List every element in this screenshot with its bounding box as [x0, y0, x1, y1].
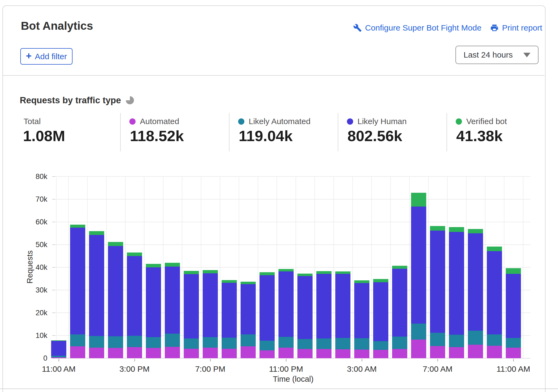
configure-link-label: Configure Super Bot Fight Mode	[365, 23, 481, 32]
legend-dot	[238, 118, 244, 125]
plus-icon: +	[26, 51, 32, 61]
stat-label: Verified bot	[466, 117, 507, 126]
stat-value: 118.52k	[130, 127, 184, 145]
section-title: Requests by traffic type	[20, 95, 121, 105]
configure-super-bot-fight-mode-link[interactable]: Configure Super Bot Fight Mode	[353, 23, 481, 32]
stat-label: Automated	[140, 117, 179, 126]
stat-divider	[229, 113, 229, 151]
stat-value: 41.38k	[456, 127, 503, 145]
header-links: Configure Super Bot Fight Mode Print rep…	[353, 23, 543, 32]
stat-item-likely-automated[interactable]: Likely Automated119.04k	[229, 113, 337, 151]
pie-chart-icon	[126, 96, 134, 104]
stat-value: 802.56k	[347, 127, 402, 145]
bottom-divider	[0, 388, 558, 389]
stat-divider	[447, 113, 447, 151]
stat-label: Likely Automated	[249, 117, 310, 126]
legend-dot	[347, 118, 353, 125]
stats-row: Total1.08MAutomated118.52kLikely Automat…	[0, 113, 544, 151]
printer-icon	[490, 24, 499, 32]
print-report-link[interactable]: Print report	[490, 23, 542, 32]
page-title: Bot Analytics	[21, 19, 93, 32]
stat-item-verified-bot[interactable]: Verified bot41.38k	[447, 113, 555, 151]
legend-dot	[456, 118, 462, 125]
legend-dot	[129, 118, 136, 125]
stat-item-total: Total1.08M	[23, 113, 131, 151]
header-divider	[3, 75, 544, 76]
add-filter-button[interactable]: + Add filter	[20, 48, 73, 65]
add-filter-label: Add filter	[35, 52, 67, 61]
time-range-value: Last 24 hours	[464, 50, 513, 59]
stat-divider	[338, 113, 338, 151]
page: Bot Analytics Configure Super Bot Fight …	[0, 0, 558, 392]
stat-item-likely-human[interactable]: Likely Human802.56k	[338, 113, 446, 151]
stat-value: 119.04k	[239, 127, 293, 145]
stat-value: 1.08M	[23, 127, 65, 145]
stat-label: Likely Human	[357, 117, 407, 126]
chevron-down-icon	[523, 53, 530, 57]
print-link-label: Print report	[502, 23, 542, 32]
stat-label: Total	[24, 117, 41, 126]
stat-divider	[120, 113, 121, 151]
section-title-row: Requests by traffic type	[20, 95, 134, 105]
time-range-select[interactable]: Last 24 hours	[455, 46, 539, 64]
wrench-icon	[353, 24, 362, 32]
stat-item-automated[interactable]: Automated118.52k	[120, 113, 228, 151]
